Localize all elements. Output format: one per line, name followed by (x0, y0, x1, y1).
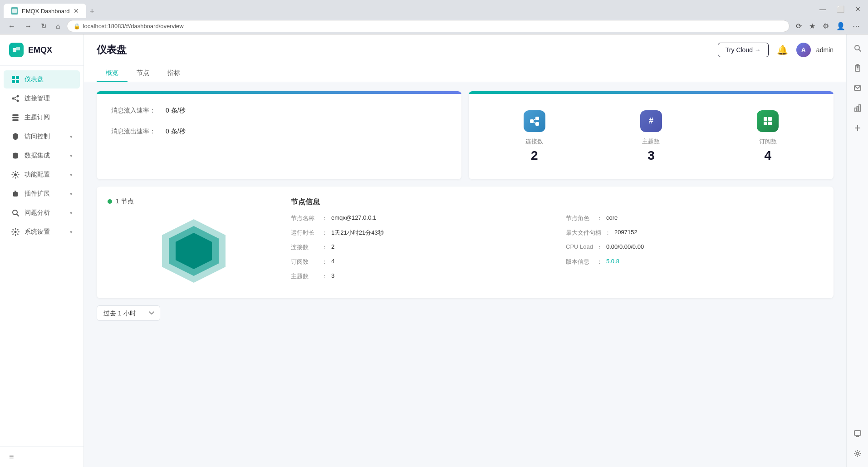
sidebar-item-features-label: 功能配置 (25, 171, 65, 179)
window-controls: — ⬜ ✕ (816, 5, 864, 14)
lock-icon: 🔒 (74, 23, 80, 29)
more-button[interactable]: ⋯ (850, 20, 863, 32)
try-cloud-button[interactable]: Try Cloud → (718, 43, 769, 57)
sidebar-item-features[interactable]: 功能配置 ▾ (4, 166, 80, 184)
cpu-row: CPU Load ： 0.00/0.00/0.00 (566, 243, 823, 251)
uptime-label: 运行时长 (291, 229, 318, 237)
stats-card-body: 连接数 2 # 主题数 3 (469, 94, 834, 179)
node-role-label: 节点角色 (566, 214, 593, 222)
sidebar-item-access[interactable]: 访问控制 ▾ (4, 128, 80, 146)
sidebar-item-dashboard-label: 仪表盘 (25, 75, 73, 84)
topics-stat-label: 主题数 (642, 138, 660, 146)
connections-stat-icon (524, 110, 545, 132)
tab-nodes[interactable]: 节点 (128, 65, 158, 82)
svg-rect-39 (859, 105, 860, 111)
svg-line-11 (15, 99, 17, 100)
right-sidebar-settings-icon[interactable] (849, 445, 866, 462)
sidebar-item-data[interactable]: 数据集成 ▾ (4, 147, 80, 165)
translate-button[interactable]: ⟳ (793, 20, 804, 32)
tab-overview[interactable]: 概览 (97, 65, 128, 82)
connections-stat-label: 连接数 (525, 138, 543, 146)
svg-line-10 (15, 97, 17, 98)
right-sidebar-chart-icon[interactable] (849, 100, 866, 116)
max-fd-label: 最大文件句柄 (566, 229, 601, 237)
window-maximize-button[interactable]: ⬜ (833, 5, 848, 14)
sidebar-item-dashboard[interactable]: 仪表盘 (4, 70, 80, 88)
sidebar-logo: EMQX (0, 34, 83, 66)
topics-stat-value: 3 (647, 148, 655, 163)
max-fd-value: 2097152 (614, 229, 638, 236)
svg-rect-0 (12, 9, 17, 13)
node-section: 1 节点 节点信息 (97, 187, 834, 298)
chevron-down-icon-3: ▾ (70, 172, 73, 178)
chevron-down-icon-6: ▾ (70, 229, 73, 235)
version-label: 版本信息 (566, 258, 593, 266)
address-bar[interactable]: 🔒 localhost:18083/#/dashboard/overview (67, 20, 790, 32)
chevron-down-icon-2: ▾ (70, 153, 73, 159)
reload-button[interactable]: ↻ (38, 20, 49, 32)
sidebar-item-analysis-label: 问题分析 (25, 209, 65, 217)
notification-bell-icon[interactable]: 🔔 (774, 42, 791, 58)
right-sidebar-search-icon[interactable] (849, 40, 866, 56)
back-button[interactable]: ← (5, 20, 18, 32)
sidebar-item-analysis[interactable]: 问题分析 ▾ (4, 204, 80, 222)
right-sidebar-screen-icon[interactable] (849, 425, 866, 442)
svg-rect-26 (764, 117, 767, 121)
data-icon (11, 151, 20, 160)
browser-tab-active[interactable]: EMQX Dashboard ✕ (4, 4, 86, 18)
sidebar-item-plugins[interactable]: 插件扩展 ▾ (4, 185, 80, 203)
page-title: 仪表盘 (97, 43, 127, 57)
home-button[interactable]: ⌂ (53, 20, 63, 32)
tab-close-button[interactable]: ✕ (74, 7, 79, 15)
node-subs-row: 订阅数 ： 4 (291, 258, 548, 266)
connections-stat-value: 2 (531, 148, 538, 163)
svg-rect-28 (764, 122, 767, 125)
sidebar-item-connections[interactable]: 连接管理 (4, 89, 80, 108)
profile-button[interactable]: 👤 (834, 20, 848, 32)
time-filter-select[interactable]: 过去 1 小时过去 6 小时过去 24 小时过去 7 天 (97, 305, 160, 321)
right-sidebar-plus-icon[interactable] (849, 120, 866, 136)
new-tab-button[interactable]: + (86, 5, 98, 18)
chevron-down-icon-5: ▾ (70, 210, 73, 216)
right-sidebar-mail-icon[interactable] (849, 80, 866, 96)
user-name: admin (816, 46, 834, 54)
browser-action-buttons: ⟳ ★ ⚙ 👤 ⋯ (793, 20, 863, 32)
topics-stat-item: # 主题数 3 (593, 103, 709, 170)
hex-container (162, 219, 226, 283)
inflow-label: 消息流入速率： (111, 107, 166, 115)
flow-stats-card: 消息流入速率： 0 条/秒 消息流出速率： 0 条/秒 (97, 91, 461, 179)
bookmark-button[interactable]: ★ (806, 20, 818, 32)
outflow-row: 消息流出速率： 0 条/秒 (111, 128, 447, 136)
node-info-grid: 节点名称 ： emqx@127.0.0.1 运行时长 ： 1天21小时21分43… (291, 214, 823, 280)
cpu-value: 0.00/0.00/0.00 (606, 243, 644, 250)
uptime-value: 1天21小时21分43秒 (331, 229, 384, 237)
version-row: 版本信息 ： 5.0.8 (566, 258, 823, 266)
node-topics-label: 主题数 (291, 272, 318, 280)
right-sidebar-clipboard-icon[interactable] (849, 60, 866, 76)
node-connections-value: 2 (331, 243, 334, 250)
inflow-value: 0 条/秒 (166, 107, 186, 115)
svg-rect-37 (855, 108, 856, 111)
sidebar-item-topics[interactable]: 主题订阅 (4, 108, 80, 127)
forward-button[interactable]: → (22, 20, 34, 32)
extension-button[interactable]: ⚙ (820, 20, 832, 32)
sidebar-item-topics-label: 主题订阅 (25, 113, 73, 122)
sidebar-navigation: 仪表盘 连接管理 (0, 66, 83, 446)
node-name-row: 节点名称 ： emqx@127.0.0.1 (291, 214, 548, 222)
window-close-button[interactable]: ✕ (852, 5, 864, 14)
sidebar-item-access-label: 访问控制 (25, 133, 65, 141)
svg-line-24 (534, 122, 535, 123)
node-status-row: 1 节点 (108, 197, 134, 206)
window-minimize-button[interactable]: — (816, 5, 829, 14)
tab-metrics[interactable]: 指标 (158, 65, 189, 82)
inflow-row: 消息流入速率： 0 条/秒 (111, 107, 447, 115)
svg-rect-42 (854, 431, 861, 435)
node-connections-row: 连接数 ： 2 (291, 243, 548, 251)
svg-rect-13 (12, 117, 19, 118)
sidebar-collapse-button[interactable]: ≡ (0, 446, 83, 467)
sidebar-item-settings[interactable]: 系统设置 ▾ (4, 223, 80, 241)
header-actions: Try Cloud → 🔔 A admin (718, 42, 834, 58)
node-info-rows-right: 节点角色 ： core 最大文件句柄 ： 2097152 (566, 214, 823, 280)
node-connections-label: 连接数 (291, 243, 318, 251)
svg-point-45 (856, 452, 858, 455)
